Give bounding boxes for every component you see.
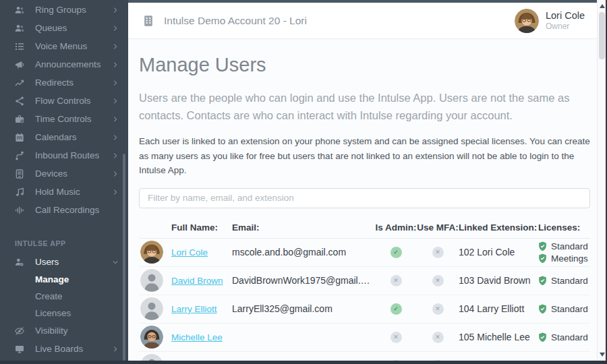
licenses-cell: Standard (538, 332, 592, 342)
detail-text: Each user is linked to an extension on y… (139, 134, 590, 178)
user-name-link[interactable]: Michelle Lee (171, 332, 232, 342)
chevron-right-icon (112, 98, 119, 104)
table-row: Melissa Jones MelissaJonesWork1975@gmail… (139, 352, 590, 361)
people-icon (14, 5, 26, 16)
sidebar-item-label: Announcements (35, 59, 112, 69)
licenses-cell: Standard (538, 276, 592, 286)
chevron-right-icon (112, 134, 119, 141)
chevron-down-icon (112, 259, 119, 266)
chevron-right-icon (112, 171, 119, 177)
sidebar-item-label: Calendars (35, 132, 112, 142)
sidebar-item-announcements[interactable]: Announcements (0, 55, 128, 73)
col-is-admin: Is Admin: (375, 222, 417, 233)
intro-text: Users are the people who can login and u… (139, 90, 590, 124)
sidebar-item-label: Live Boards (35, 344, 112, 354)
col-use-mfa: Use MFA: (417, 222, 459, 233)
building-icon (142, 14, 155, 28)
linked-extension: 101 Melissa Jones (459, 360, 538, 361)
user-role: Owner (546, 22, 585, 32)
table-row: Lori Cole mscole.and.bo@gmail.com ✓ ✕ 10… (139, 239, 590, 267)
sidebar-item-live-boards[interactable]: Live Boards (0, 340, 128, 358)
user-menu[interactable]: Lori Cole Owner (515, 9, 585, 33)
shield-check-icon (538, 241, 547, 251)
sidebar-item-redirects[interactable]: Redirects (0, 73, 128, 92)
sidebar-item-time-controls[interactable]: Time Controls (0, 110, 128, 128)
is-admin-yes-badge: ✓ (391, 247, 402, 258)
filter-input[interactable] (139, 188, 590, 208)
sidebar-subitem-manage[interactable]: Manage (0, 271, 128, 288)
user-name-link[interactable]: Larry Elliott (171, 304, 232, 314)
user-avatar (515, 9, 539, 33)
chevron-right-icon (112, 80, 119, 86)
license-label: Standard (551, 304, 588, 314)
chevron-right-icon (112, 7, 119, 13)
chevron-right-icon (112, 346, 119, 353)
sidebar-item-visibility[interactable]: Visibility (0, 322, 128, 340)
col-full-name: Full Name: (171, 222, 232, 233)
redirect-arrow-icon (14, 78, 26, 88)
sidebar-subitem-licenses[interactable]: Licenses (0, 305, 128, 322)
table-header-row: Full Name: Email: Is Admin: Use MFA: Lin… (139, 218, 590, 239)
avatar (140, 297, 163, 320)
shield-check-icon (538, 304, 547, 314)
sidebar-item-label: Visibility (35, 326, 119, 336)
sidebar-item-inbound-routes[interactable]: Inbound Routes (0, 146, 128, 164)
user-name-link[interactable]: David Brown (171, 276, 232, 286)
linked-extension: 104 Larry Elliott (459, 303, 538, 314)
sidebar-item-devices[interactable]: Devices (0, 164, 128, 183)
megaphone-icon (14, 59, 26, 70)
app-window: Ring Groups Queues Voice Menus Announcem… (0, 0, 607, 364)
sidebar-item-queues[interactable]: Queues (0, 19, 128, 37)
briefcase-clock-icon (14, 114, 26, 125)
sidebar-subitem-create[interactable]: Create (0, 288, 128, 305)
user-name-link[interactable]: Lori Cole (171, 247, 232, 257)
sidebar-item-voice-menus[interactable]: Voice Menus (0, 37, 128, 55)
scrollbar-thumb[interactable] (599, 12, 605, 59)
music-note-icon (14, 187, 26, 198)
sidebar-item-label: Redirects (35, 78, 112, 88)
sidebar-item-call-recordings[interactable]: Call Recordings (0, 201, 128, 219)
use-mfa-no-badge: ✕ (432, 275, 444, 286)
monitor-icon (14, 344, 26, 355)
ordered-list-icon (14, 41, 26, 52)
sidebar-scrollbar-thumb[interactable] (123, 154, 125, 361)
scroll-down-arrow[interactable] (598, 350, 606, 359)
is-admin-yes-badge: ✓ (391, 303, 402, 315)
user-email: LarryEll325@gmail.com (232, 303, 375, 314)
avatar (140, 326, 163, 348)
sidebar-item-label: Queues (35, 23, 112, 33)
sidebar-item-users[interactable]: Users (0, 253, 128, 271)
sidebar-item-calendars[interactable]: Calendars (0, 128, 128, 146)
table-row: Michelle Lee ✕ ✕ 105 Michelle Lee Standa… (139, 324, 590, 352)
sidebar-item-label: Ring Groups (35, 5, 112, 15)
shield-check-icon (538, 276, 547, 286)
sidebar-subitem-label: Create (35, 291, 63, 301)
use-mfa-no-badge: ✕ (432, 332, 444, 343)
sidebar-item-label: Call Recordings (35, 205, 119, 215)
route-icon (14, 150, 26, 161)
chevron-right-icon (112, 116, 119, 123)
eye-slash-icon (14, 326, 26, 336)
sidebar-item-ring-groups[interactable]: Ring Groups (0, 1, 128, 19)
people-icon (14, 23, 26, 34)
license-label: Standard (551, 332, 588, 342)
sidebar-item-label: Time Controls (35, 114, 112, 124)
page-scrollbar[interactable] (597, 0, 606, 361)
linked-extension: 105 Michelle Lee (459, 332, 538, 342)
avatar (140, 354, 163, 361)
page-title: Manage Users (139, 54, 590, 76)
sidebar-subitem-label: Licenses (35, 308, 71, 318)
sidebar-item-flow-controls[interactable]: Flow Controls (0, 92, 128, 110)
col-email: Email: (232, 222, 375, 233)
scroll-up-arrow[interactable] (598, 1, 606, 11)
sidebar-item-label: Hold Music (35, 187, 112, 197)
table-row: Larry Elliott LarryEll325@gmail.com ✓ ✕ … (139, 295, 590, 324)
is-admin-no-badge: ✕ (391, 332, 402, 343)
chevron-right-icon (112, 43, 119, 50)
sidebar-item-label: Users (35, 257, 112, 267)
is-admin-no-badge: ✕ (391, 275, 402, 286)
use-mfa-no-badge: ✕ (432, 303, 444, 315)
use-mfa-no-badge: ✕ (432, 360, 444, 361)
sidebar-item-hold-music[interactable]: Hold Music (0, 183, 128, 201)
shield-check-icon (538, 332, 547, 342)
